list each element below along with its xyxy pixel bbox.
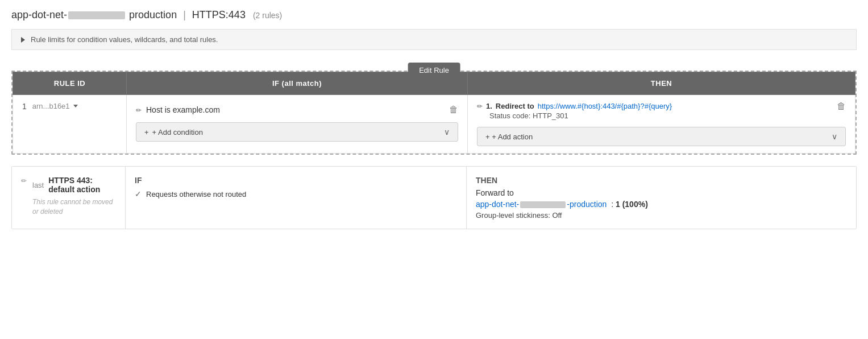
title-suffix: production bbox=[129, 9, 177, 20]
default-rule-subtitle: This rule cannot be moved or deleted bbox=[32, 197, 116, 217]
col-rule-id: RULE ID bbox=[13, 72, 127, 95]
action-status: Status code: HTTP_301 bbox=[477, 111, 832, 120]
rule-row-1: 1 arn...b16e1 bbox=[13, 95, 855, 154]
add-action-label: + + Add action bbox=[485, 133, 533, 141]
redacted-target bbox=[520, 201, 566, 208]
action-chevron-down-icon bbox=[832, 132, 837, 141]
condition-row: Host is example.com 🗑 bbox=[136, 102, 458, 118]
action-line: 1. Redirect to https://www.#{host}:443/#… bbox=[477, 102, 832, 110]
default-rule-if-cell: IF ✓ Requests otherwise not routed bbox=[126, 167, 467, 229]
if-cell: Host is example.com 🗑 + + Add condition bbox=[127, 95, 468, 154]
default-target: app-dot-net--production : 1 (100%) bbox=[476, 200, 847, 209]
edit-rule-container: Edit Rule RULE ID IF (all match) THEN 1 bbox=[11, 71, 857, 155]
plus-sign: + bbox=[144, 128, 149, 137]
title-prefix: app-dot-net- bbox=[11, 9, 67, 20]
default-rule-title: HTTPS 443: default action bbox=[48, 176, 116, 194]
page-container: app-dot-net- production | HTTPS:443 (2 r… bbox=[0, 0, 868, 339]
protocol-label: HTTPS:443 bbox=[192, 9, 246, 20]
add-condition-button[interactable]: + + Add condition bbox=[136, 122, 458, 142]
default-if-label: IF bbox=[135, 176, 457, 185]
add-condition-label: + + Add condition bbox=[144, 128, 203, 137]
action-prefix: Redirect to bbox=[496, 102, 534, 110]
target-prefix-text: app-dot-net- bbox=[476, 200, 519, 209]
action-url[interactable]: https://www.#{host}:443/#{path}?#{query} bbox=[538, 102, 672, 110]
rule-arn: arn...b16e1 bbox=[32, 102, 78, 110]
default-forward-label: Forward to bbox=[476, 188, 847, 197]
rules-count: (2 rules) bbox=[253, 11, 282, 20]
condition-label: Host is example.com bbox=[146, 105, 220, 114]
default-if-condition: ✓ Requests otherwise not routed bbox=[135, 189, 457, 199]
triangle-icon bbox=[21, 37, 25, 43]
checkmark-icon: ✓ bbox=[135, 189, 142, 199]
edit-rule-wrapper: Edit Rule RULE ID IF (all match) THEN 1 bbox=[11, 59, 857, 155]
chevron-down-icon bbox=[444, 127, 450, 137]
delete-condition-icon[interactable]: 🗑 bbox=[449, 105, 458, 114]
action-row: 1. Redirect to https://www.#{host}:443/#… bbox=[477, 102, 846, 120]
default-rule-then-cell: THEN Forward to app-dot-net--production … bbox=[467, 167, 856, 229]
separator: | bbox=[183, 9, 186, 20]
last-label: last bbox=[32, 181, 44, 189]
add-action-text: + Add action bbox=[492, 133, 533, 141]
action-pencil-icon bbox=[477, 102, 483, 110]
default-if-condition-text: Requests otherwise not routed bbox=[146, 190, 246, 199]
redacted-block bbox=[68, 11, 125, 19]
default-pencil-icon: ✏ bbox=[21, 177, 27, 185]
delete-action-icon[interactable]: 🗑 bbox=[837, 102, 846, 111]
default-rule-info: last HTTPS 443: default action This rule… bbox=[32, 176, 116, 217]
info-bar-text: Rule limits for condition values, wildca… bbox=[31, 35, 218, 44]
action-number: 1. bbox=[486, 102, 492, 110]
arn-dropdown-icon[interactable] bbox=[73, 105, 78, 108]
default-rule-id-cell: ✏ last HTTPS 443: default action This ru… bbox=[12, 167, 126, 229]
plus-sign-action: + bbox=[485, 133, 490, 141]
condition-text: Host is example.com bbox=[136, 105, 220, 114]
info-bar: Rule limits for condition values, wildca… bbox=[11, 29, 857, 50]
add-action-button[interactable]: + + Add action bbox=[477, 127, 846, 146]
rule-number: 1 bbox=[22, 102, 27, 111]
rule-table: RULE ID IF (all match) THEN 1 arn...b16e… bbox=[13, 72, 855, 154]
target-weight: 1 (100%) bbox=[616, 200, 648, 209]
edit-rule-button[interactable]: Edit Rule bbox=[408, 63, 460, 78]
rule-arn-text: arn...b16e1 bbox=[32, 102, 70, 110]
target-suffix-text: -production bbox=[567, 200, 607, 209]
stickiness-label: Group-level stickiness: Off bbox=[476, 211, 847, 220]
col-then: THEN bbox=[468, 72, 855, 95]
rule-id-cell: 1 arn...b16e1 bbox=[13, 95, 127, 154]
default-then-label: THEN bbox=[476, 176, 847, 185]
page-title: app-dot-net- production | HTTPS:443 (2 r… bbox=[11, 9, 857, 21]
pencil-icon bbox=[136, 105, 142, 114]
target-prefix[interactable]: app-dot-net--production bbox=[476, 200, 607, 209]
default-rule-section: ✏ last HTTPS 443: default action This ru… bbox=[11, 166, 857, 229]
add-condition-text: + Add condition bbox=[152, 128, 203, 137]
action-content: 1. Redirect to https://www.#{host}:443/#… bbox=[477, 102, 832, 120]
then-cell: 1. Redirect to https://www.#{host}:443/#… bbox=[468, 95, 855, 154]
